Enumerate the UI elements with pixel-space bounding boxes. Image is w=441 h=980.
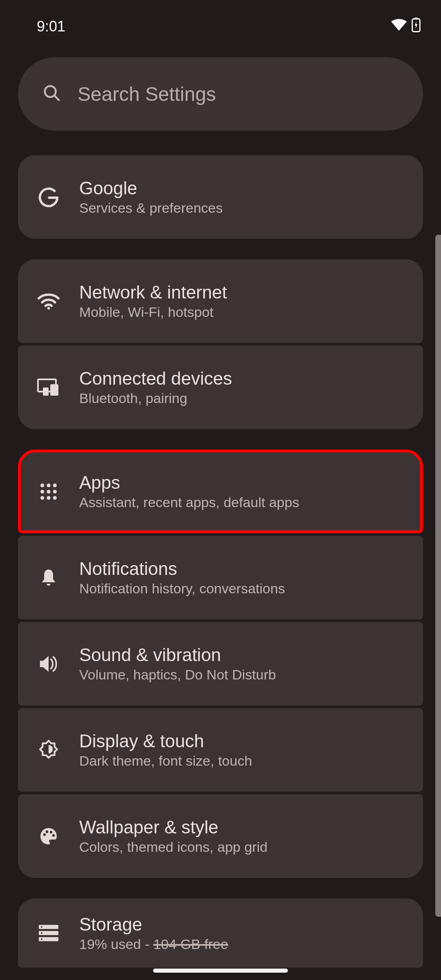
item-subtitle: Notification history, conversations [79,581,285,597]
wifi-icon [34,287,63,316]
settings-item-sound[interactable]: Sound & vibration Volume, haptics, Do No… [18,622,423,706]
item-title: Network & internet [79,282,227,303]
status-right [391,18,421,36]
settings-group-storage: Storage 19% used - 104 GB free [18,898,423,968]
status-time: 9:01 [37,18,65,35]
svg-point-16 [53,496,57,499]
navigation-handle[interactable] [153,969,288,973]
item-title: Notifications [79,559,285,579]
item-subtitle: Assistant, recent apps, default apps [79,494,299,510]
item-title: Storage [79,914,228,935]
search-icon [42,84,61,104]
item-title: Sound & vibration [79,645,276,665]
settings-item-wallpaper[interactable]: Wallpaper & style Colors, themed icons, … [18,794,423,878]
svg-point-12 [47,490,50,493]
item-subtitle: Bluetooth, pairing [79,390,232,406]
settings-item-network[interactable]: Network & internet Mobile, Wi-Fi, hotspo… [18,259,423,343]
svg-point-19 [50,831,52,833]
svg-point-11 [40,490,44,493]
search-bar[interactable]: Search Settings [18,57,423,131]
status-bar: 9:01 [0,0,441,41]
settings-group-connectivity: Network & internet Mobile, Wi-Fi, hotspo… [18,259,423,429]
storage-sub-prefix: 19% used - [79,936,153,952]
bell-icon [34,564,63,592]
settings-item-display[interactable]: Display & touch Dark theme, font size, t… [18,708,423,792]
item-subtitle: Services & preferences [79,200,223,216]
svg-point-15 [47,496,50,499]
svg-point-25 [41,932,42,934]
speaker-icon [34,650,63,678]
item-title: Connected devices [79,368,232,389]
svg-point-14 [40,496,44,499]
palette-icon [34,822,63,851]
item-title: Apps [79,472,299,493]
svg-point-17 [43,833,46,835]
item-title: Wallpaper & style [79,817,267,837]
battery-icon [412,18,421,36]
settings-item-apps[interactable]: Apps Assistant, recent apps, default app… [18,450,423,533]
item-subtitle: 19% used - 104 GB free [79,936,228,952]
settings-item-notifications[interactable]: Notifications Notification history, conv… [18,536,423,619]
settings-group-google: Google Services & preferences [18,155,423,239]
storage-sub-strike: 104 GB free [153,936,228,952]
svg-point-10 [53,483,57,487]
settings-group-system: Apps Assistant, recent apps, default app… [18,450,423,878]
item-subtitle: Volume, haptics, Do Not Disturb [79,667,276,683]
settings-item-connected-devices[interactable]: Connected devices Bluetooth, pairing [18,345,423,429]
brightness-icon [34,736,63,764]
svg-point-13 [53,490,57,493]
wifi-icon [391,18,407,35]
item-title: Display & touch [79,731,252,751]
svg-point-8 [40,483,44,487]
svg-point-24 [41,926,42,928]
svg-line-3 [54,96,59,100]
item-title: Google [79,178,223,198]
settings-item-storage[interactable]: Storage 19% used - 104 GB free [18,898,423,968]
item-subtitle: Colors, themed icons, app grid [79,839,267,855]
scroll-indicator[interactable] [435,235,441,917]
svg-rect-6 [50,384,58,396]
svg-rect-7 [43,388,49,396]
item-subtitle: Mobile, Wi-Fi, hotspot [79,304,227,320]
google-icon [34,183,63,212]
svg-rect-1 [414,18,417,19]
svg-point-20 [52,834,55,836]
svg-point-9 [47,483,50,487]
svg-point-4 [47,307,50,309]
content: Search Settings Google Services & prefer… [0,41,441,968]
search-placeholder: Search Settings [78,83,216,105]
svg-point-26 [41,938,42,940]
apps-icon [34,477,63,506]
storage-icon [34,919,63,947]
settings-item-google[interactable]: Google Services & preferences [18,155,423,239]
svg-point-18 [46,830,48,833]
devices-icon [34,373,63,402]
item-subtitle: Dark theme, font size, touch [79,753,252,769]
